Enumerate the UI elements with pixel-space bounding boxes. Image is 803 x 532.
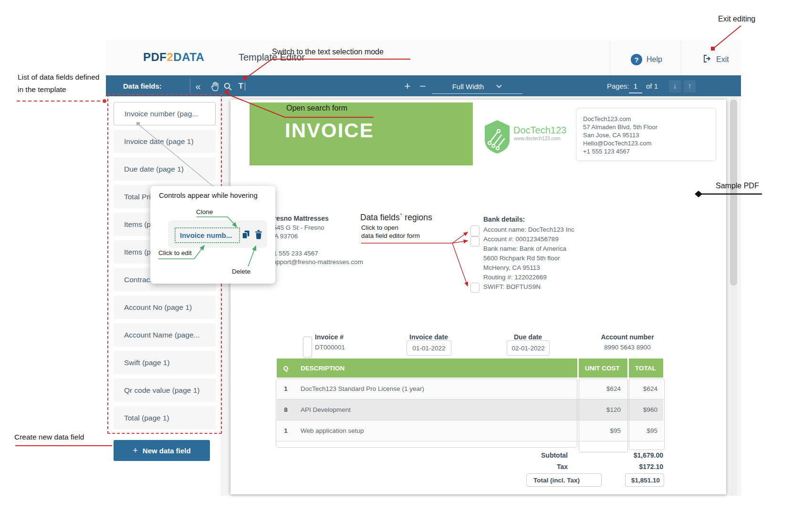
field-label: Due date (page 1) (124, 165, 184, 174)
sidebar-item-invoice-date[interactable]: Invoice date (page 1) (114, 130, 216, 153)
collapse-sidebar-icon[interactable]: « (193, 80, 203, 92)
scrollbar-thumb[interactable] (730, 100, 737, 286)
create-field-annotation: Create new data field (14, 433, 84, 441)
cell-unit-cost: $120 (579, 399, 627, 420)
page-number-input[interactable]: 1 (629, 82, 642, 93)
field-label: Account No (page 1) (124, 303, 192, 312)
field-label: Account Name (page... (124, 331, 200, 339)
sidebar-item-total[interactable]: Total (page 1) (114, 406, 216, 430)
header-divider (681, 41, 681, 75)
data-field-region-total-value[interactable]: $1,851.10 (625, 473, 664, 487)
data-field-region-total-label[interactable]: Total (incl. Tax) (526, 473, 602, 487)
sidebar-item-account-no[interactable]: Account No (page 1) (114, 296, 216, 319)
sender-email: support@fresno-mattresses.com (270, 258, 363, 266)
data-fields-heading: Data fields: (123, 82, 162, 90)
open-search-annotation: Open search form (286, 104, 347, 113)
app-logo: PDF2DATA (143, 51, 204, 64)
pan-hand-icon[interactable] (210, 81, 220, 92)
field-label: Invoice date (page 1) (124, 137, 194, 146)
data-field-region-account-no[interactable] (470, 236, 480, 246)
data-field-region-due-date[interactable]: 02-01-2022 (507, 340, 550, 356)
field-label: Swift (page 1) (124, 358, 170, 367)
bank-details-title: Bank details: (483, 215, 525, 223)
screen: PDF2DATA Template Editor ? Help Exit Dat… (0, 0, 803, 532)
company-card-line: San Jose, CA 95113 (583, 132, 707, 139)
sidebar-item-invoice-number[interactable]: Invoice number (pag... (114, 102, 216, 125)
sender-address-line: 1545 G St - Fresno (270, 224, 324, 231)
data-field-region-invoice-number[interactable] (303, 337, 312, 358)
bank-line: McHenry, CA 95113 (483, 264, 540, 271)
list-fields-annotation-line1: List of data fields defined (18, 73, 99, 82)
delete-annotation-label: Delete (232, 268, 250, 275)
subtotal-value: $1,679.00 (592, 451, 663, 459)
sidebar-item-due-date[interactable]: Due date (page 1) (114, 157, 216, 181)
table-row[interactable]: 8 API Development $120 $960 (277, 399, 663, 420)
search-icon[interactable] (222, 81, 233, 92)
doctech-logo-url: www.doctech123.com (514, 136, 560, 141)
plus-icon: + (133, 446, 138, 456)
pages-total: of 1 (646, 82, 658, 90)
col-header-total: TOTAL (629, 358, 663, 378)
bank-line: Bank name: Bank of America (483, 245, 566, 252)
table-row[interactable]: 1 Web application setup $95 $95 (277, 420, 663, 441)
cell-total: $624 (629, 379, 663, 399)
data-field-region-invoice-date[interactable]: 01-01-2022 (407, 340, 451, 356)
zoom-in-button[interactable]: + (402, 80, 413, 92)
next-page-button[interactable]: ↓ (669, 80, 681, 92)
new-data-field-button[interactable]: + New data field (114, 440, 210, 461)
cell-unit-cost: $95 (579, 420, 627, 441)
tax-label: Tax (496, 463, 568, 471)
cell-description: Web application setup (295, 420, 577, 441)
clone-icon[interactable] (242, 230, 250, 241)
invoice-title: INVOICE (285, 119, 374, 142)
sender-phone: +1 555 233 4567 (270, 250, 318, 257)
cell-description: DocTech123 Standard Pro License (1 year) (295, 379, 577, 399)
table-row[interactable]: 1 DocTech123 Standard Pro License (1 yea… (277, 379, 663, 399)
cell-description: API Development (295, 399, 577, 420)
sidebar-item-swift[interactable]: Swift (page 1) (114, 351, 216, 374)
invoice-date-label: Invoice date (409, 333, 448, 341)
zoom-level-select[interactable]: Full Width (432, 79, 522, 94)
bank-line: Account #: 000123456789 (483, 235, 559, 243)
cell-total: $95 (629, 420, 663, 441)
toolbar-divider (190, 79, 190, 93)
cell-unit-cost: $624 (579, 379, 627, 399)
zoom-out-button[interactable]: − (417, 80, 428, 92)
logo-part-data: DATA (173, 51, 204, 63)
company-card-line: Hello@DocTech123.com (583, 140, 707, 147)
field-label: Total (page 1) (124, 414, 169, 422)
logo-part-pdf: PDF (143, 51, 167, 63)
account-number-value: 8990 5643 8900 (592, 344, 663, 351)
regions-annotation-sub2: data field editor form (361, 232, 420, 239)
exit-editing-annotation: Exit editing (718, 15, 755, 23)
delete-icon[interactable] (255, 230, 262, 241)
text-mode-glyph: T (239, 82, 243, 91)
exit-button[interactable]: Exit (702, 54, 729, 65)
click-to-edit-annotation-label: Click to edit (158, 249, 192, 256)
logo-part-2: 2 (167, 51, 174, 63)
help-label: Help (647, 55, 662, 64)
field-label: Invoice number (pag... (125, 110, 198, 118)
cell-total: $960 (629, 399, 663, 420)
bank-line: SWIFT: BOFTUS9N (483, 283, 541, 290)
sidebar-item-qr-code-value[interactable]: Qr code value (page 1) (114, 379, 216, 402)
sender-name: Fresno Mattresses (270, 215, 329, 222)
exit-label: Exit (716, 55, 729, 64)
bank-line: Account name: DocTech123 Inc (483, 226, 574, 233)
zoom-level-value: Full Width (452, 82, 484, 91)
pages-label: Pages: (607, 82, 629, 90)
regions-annotation-title: Data fields` regions (360, 213, 432, 223)
company-card-line: +1 555 123 4567 (583, 148, 707, 155)
tax-value: $172.10 (592, 463, 663, 471)
subtotal-label: Subtotal (496, 451, 568, 459)
col-header-q: Q (277, 358, 295, 378)
data-field-region-swift[interactable] (470, 283, 480, 293)
sidebar-item-account-name[interactable]: Account Name (page... (114, 323, 216, 347)
switch-mode-annotation: Switch to the text selection mode (272, 48, 384, 56)
previous-page-button[interactable]: ↑ (684, 80, 696, 92)
data-field-region-account-name[interactable] (470, 225, 480, 236)
tooltip-field-name[interactable]: Invoice numb... (175, 227, 240, 243)
text-selection-mode-icon[interactable]: T (236, 81, 248, 92)
help-button[interactable]: ? Help (631, 54, 662, 65)
bank-line: Routing #: 122022669 (483, 274, 547, 281)
